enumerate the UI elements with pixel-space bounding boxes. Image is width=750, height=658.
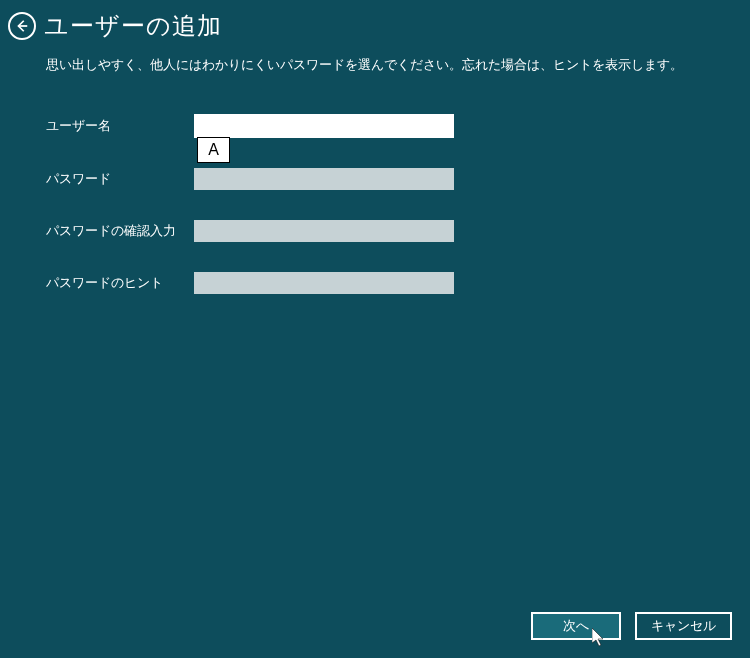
- page-subtitle: 思い出しやすく、他人にはわかりにくいパスワードを選んでください。忘れた場合は、ヒ…: [46, 56, 750, 74]
- ime-indicator: A: [197, 137, 230, 163]
- password-hint-label: パスワードのヒント: [46, 274, 194, 292]
- password-label: パスワード: [46, 170, 194, 188]
- page-title: ユーザーの追加: [44, 10, 222, 42]
- add-user-form: ユーザー名 パスワード パスワードの確認入力 パスワードのヒント: [46, 114, 750, 294]
- username-label: ユーザー名: [46, 117, 194, 135]
- confirm-password-label: パスワードの確認入力: [46, 222, 194, 240]
- back-button[interactable]: [8, 12, 36, 40]
- next-button[interactable]: 次へ: [531, 612, 621, 640]
- cancel-button[interactable]: キャンセル: [635, 612, 732, 640]
- arrow-left-icon: [15, 19, 29, 33]
- password-hint-input[interactable]: [194, 272, 454, 294]
- confirm-password-input[interactable]: [194, 220, 454, 242]
- username-input[interactable]: [194, 114, 454, 138]
- password-input[interactable]: [194, 168, 454, 190]
